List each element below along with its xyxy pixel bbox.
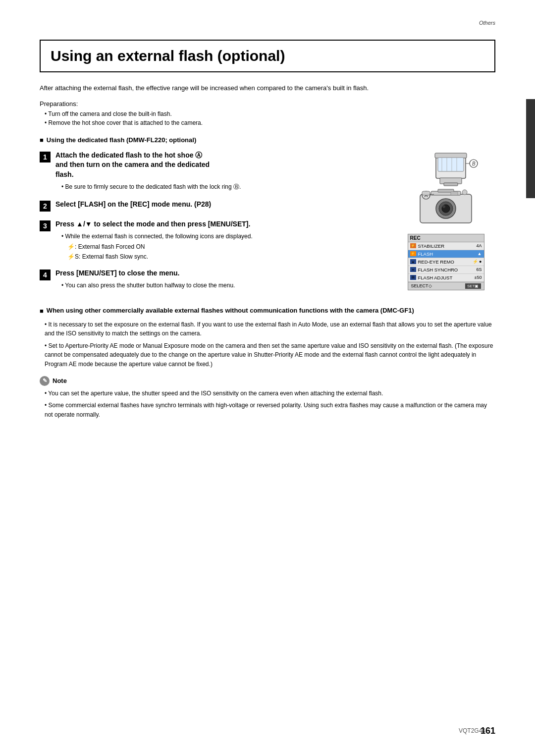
steps-right: B A [396,151,495,299]
redeye-label: RED-EYE REMO [418,259,454,265]
menu-row-synchro: ≡ FLASH SYNCHRO 6S [408,266,484,274]
step-4-bullets: You can also press the shutter button ha… [61,281,388,290]
title-box: Using an external flash (optional) [40,40,495,72]
menu-panel: REC ⚡ STABILIZER 4A ⚡ FLASH ▲ ● RED-EYE … [408,234,484,290]
svg-rect-24 [451,192,458,195]
step-2: 2 Select [FLASH] on the [REC] mode menu.… [40,200,388,213]
dedicated-heading: Using the dedicated flash (DMW-FL220; op… [40,136,495,144]
prep-item-2: Remove the hot shoe cover that is attach… [45,118,495,127]
step-3-icon-2: ⚡S: External flash Slow sync. [67,252,388,262]
svg-rect-23 [422,191,430,195]
menu-row-flash: ⚡ FLASH ▲ [408,250,484,258]
step-1-bullets: Be sure to firmly secure to the dedicate… [61,182,388,191]
stabilizer-label: STABILIZER [418,243,445,249]
step-4: 4 Press [MENU/SET] to close the menu. Yo… [40,269,388,292]
step-3-bullet-1: While the external flash is connected, t… [61,232,388,241]
menu-row-redeye: ● RED-EYE REMO ⚡ ● [408,258,484,266]
set-label: SET▣ [465,283,481,289]
stabilizer-value: 4A [476,243,482,248]
step-3-content: Press ▲/▼ to select the mode and then pr… [55,219,388,262]
commercial-item-1: It is necessary to set the exposure on t… [40,320,495,338]
stabilizer-icon: ⚡ [410,243,416,248]
commercial-item-2: Set to Aperture-Priority AE mode or Manu… [40,341,495,369]
commercial-body: It is necessary to set the exposure on t… [40,320,495,369]
steps-area: 1 Attach the dedicated flash to the hot … [40,151,495,299]
svg-point-22 [462,190,467,195]
note-item-1: You can set the aperture value, the shut… [40,389,495,398]
adjust-label: FLASH ADJUST [418,275,453,280]
step-1-number: 1 [40,152,51,162]
svg-point-16 [442,205,445,208]
step-3-bullets: While the external flash is connected, t… [61,232,388,241]
note-label: ✎ Note [40,376,495,386]
adjust-icon: ⊞ [410,275,416,280]
step-1-content: Attach the dedicated flash to the hot sh… [55,151,388,193]
note-item-2: Some commercial external flashes have sy… [40,401,495,419]
step-4-number: 4 [40,270,51,280]
commercial-heading: When using other commercially available … [40,306,495,316]
step-2-content: Select [FLASH] on the [REC] mode menu. (… [55,200,388,213]
synchro-label: FLASH SYNCHRO [418,267,458,272]
commercial-section: When using other commercially available … [40,306,495,369]
redeye-icon: ● [410,259,416,264]
others-label: Others [479,20,495,26]
step-3-number: 3 [40,220,51,231]
select-label: SELECT◇ [411,283,432,289]
steps-left: 1 Attach the dedicated flash to the hot … [40,151,388,299]
sidebar-tab [526,99,535,198]
prep-list: Turn off the camera and close the built-… [40,109,495,127]
page-number: 161 [481,726,495,736]
page-title: Using an external flash (optional) [51,48,484,64]
step-1-bullet-1: Be sure to firmly secure to the dedicate… [61,182,388,191]
menu-row-stabilizer: ⚡ STABILIZER 4A [408,242,484,250]
step-2-number: 2 [40,201,51,212]
preparations-label: Preparations: [40,100,495,108]
prep-item-1: Turn off the camera and close the built-… [45,109,495,118]
note-icon: ✎ [40,376,50,386]
step-4-content: Press [MENU/SET] to close the menu. You … [55,269,388,292]
flash-value: ▲ [478,251,482,256]
step-1: 1 Attach the dedicated flash to the hot … [40,151,388,193]
step-3-title: Press ▲/▼ to select the mode and then pr… [55,219,388,229]
page: Others Using an external flash (optional… [0,0,535,756]
menu-panel-footer: SELECT◇ SET▣ [408,282,484,290]
synchro-icon: ≡ [410,267,416,272]
redeye-value: ⚡ ● [473,259,482,264]
adjust-value: ±50 [475,275,482,280]
step-2-title: Select [FLASH] on the [REC] mode menu. (… [55,200,388,210]
synchro-value: 6S [476,267,482,272]
note-body: You can set the aperture value, the shut… [40,389,495,420]
intro-text: After attaching the external flash, the … [40,83,495,93]
menu-row-adjust: ⊞ FLASH ADJUST ±50 [408,274,484,282]
note-section: ✎ Note You can set the aperture value, t… [40,376,495,420]
step-1-title: Attach the dedicated flash to the hot sh… [55,151,388,180]
flash-illustration: B A [406,151,485,230]
flash-label: FLASH [418,251,433,257]
svg-text:B: B [472,161,476,166]
menu-panel-header: REC [408,234,484,242]
step-4-title: Press [MENU/SET] to close the menu. [55,269,388,278]
step-3-icon-1: ⚡: External flash Forced ON [67,242,388,252]
step-3: 3 Press ▲/▼ to select the mode and then … [40,219,388,262]
flash-icon: ⚡ [410,251,416,256]
svg-rect-8 [444,183,458,186]
step-4-bullet-1: You can also press the shutter button ha… [61,281,388,290]
